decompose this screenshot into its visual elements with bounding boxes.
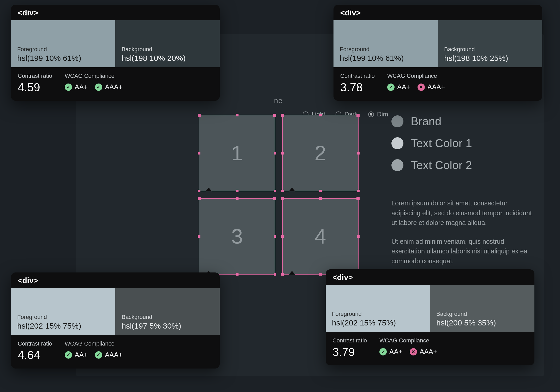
legend-item-text2: Text Color 2 xyxy=(391,159,472,172)
chip-label: AAA+ xyxy=(105,83,122,91)
background-swatch: Background hsl(197 5% 30%) xyxy=(115,288,220,335)
chip-label: AA+ xyxy=(75,83,88,91)
swatch-value: hsl(197 5% 30%) xyxy=(122,322,213,330)
swatch-value: hsl(199 10% 61%) xyxy=(17,54,109,63)
contrast-ratio: Contrast ratio 3.79 xyxy=(332,337,367,359)
foreground-swatch: Foreground hsl(199 10% 61%) xyxy=(333,20,438,67)
swatch-caption: Background xyxy=(444,46,536,53)
label: WCAG Compliance xyxy=(65,73,122,79)
check-icon: ✓ xyxy=(95,351,102,359)
element-tag: <div> xyxy=(326,269,534,285)
wcag-compliance: WCAG Compliance ✓ AA+ ✓ AAA+ xyxy=(65,73,122,91)
radio-icon xyxy=(368,111,374,117)
wcag-aa-chip: ✓ AA+ xyxy=(387,83,410,91)
legend-item-text1: Text Color 1 xyxy=(391,137,472,150)
chip-label: AAA+ xyxy=(427,83,445,91)
label: Contrast ratio xyxy=(18,340,52,347)
swatch-caption: Foreground xyxy=(17,46,109,53)
element-tag: <div> xyxy=(11,5,220,20)
color-pair: Foreground hsl(199 10% 61%) Background h… xyxy=(333,20,542,67)
paragraph: Lorem ipsum dolor sit amet, consectetur … xyxy=(391,198,538,228)
contrast-ratio: Contrast ratio 4.59 xyxy=(18,73,52,94)
swatch-1[interactable]: 1 xyxy=(199,115,275,191)
label: Contrast ratio xyxy=(18,73,52,79)
theme-option-dim[interactable]: Dim xyxy=(368,111,388,118)
ratio-value: 4.64 xyxy=(18,349,52,362)
swatch-value: hsl(202 15% 75%) xyxy=(17,322,109,330)
swatch-3[interactable]: 3 xyxy=(199,198,275,275)
wcag-aa-chip: ✓ AA+ xyxy=(379,348,402,356)
chip-label: AA+ xyxy=(75,351,88,359)
swatch-caption: Background xyxy=(122,46,213,53)
check-icon: ✓ xyxy=(387,84,395,91)
label: Contrast ratio xyxy=(332,337,367,344)
ratio-value: 3.79 xyxy=(332,346,367,359)
contrast-ratio: Contrast ratio 3.78 xyxy=(340,73,375,94)
ratio-value: 4.59 xyxy=(18,81,52,94)
chip-label: AAA+ xyxy=(105,351,122,359)
popover-footer: Contrast ratio 4.59 WCAG Compliance ✓ AA… xyxy=(11,67,220,101)
foreground-swatch: Foreground hsl(199 10% 61%) xyxy=(11,20,115,67)
swatch-value: hsl(200 5% 35%) xyxy=(436,318,528,327)
foreground-swatch: Foreground hsl(202 15% 75%) xyxy=(326,285,430,332)
swatch-caption: Background xyxy=(436,311,528,317)
legend-swatch xyxy=(391,159,403,171)
swatch-2[interactable]: 2 xyxy=(282,115,359,191)
label: WCAG Compliance xyxy=(379,337,437,344)
swatch-value: hsl(202 15% 75%) xyxy=(332,318,424,327)
color-legend: Brand Text Color 1 Text Color 2 xyxy=(391,115,472,172)
legend-label: Text Color 2 xyxy=(411,159,472,172)
label: WCAG Compliance xyxy=(65,340,122,347)
wcag-aa-chip: ✓ AA+ xyxy=(65,83,88,91)
swatch-caption: Foreground xyxy=(340,46,432,53)
legend-swatch xyxy=(391,137,403,149)
contrast-popover-4[interactable]: <div> Foreground hsl(202 15% 75%) Backgr… xyxy=(326,269,534,365)
background-swatch: Background hsl(198 10% 25%) xyxy=(438,20,542,67)
wcag-compliance: WCAG Compliance ✓ AA+ ✓ AAA+ xyxy=(65,340,122,359)
cross-icon: ✕ xyxy=(418,84,425,91)
wcag-compliance: WCAG Compliance ✓ AA+ ✕ AAA+ xyxy=(379,337,437,356)
check-icon: ✓ xyxy=(65,351,72,359)
swatch-caption: Foreground xyxy=(332,311,424,317)
swatch-grid: 1 2 3 4 xyxy=(199,115,359,275)
swatch-caption: Background xyxy=(122,314,213,320)
legend-label: Brand xyxy=(411,115,441,128)
ratio-value: 3.78 xyxy=(340,81,375,94)
body-copy: Lorem ipsum dolor sit amet, consectetur … xyxy=(391,198,538,266)
color-pair: Foreground hsl(202 15% 75%) Background h… xyxy=(326,285,534,332)
swatch-number: 1 xyxy=(231,141,243,165)
popover-footer: Contrast ratio 4.64 WCAG Compliance ✓ AA… xyxy=(11,335,220,369)
chip-label: AA+ xyxy=(397,83,410,91)
swatch-4[interactable]: 4 xyxy=(282,198,359,275)
cross-icon: ✕ xyxy=(410,348,417,355)
swatch-number: 3 xyxy=(231,224,243,248)
element-tag: <div> xyxy=(333,5,542,20)
chip-label: AAA+ xyxy=(420,348,437,356)
contrast-popover-2[interactable]: <div> Foreground hsl(199 10% 61%) Backgr… xyxy=(333,5,542,101)
label: Contrast ratio xyxy=(340,73,375,79)
swatch-value: hsl(199 10% 61%) xyxy=(340,54,432,63)
paragraph: Ut enim ad minim veniam, quis nostrud ex… xyxy=(391,237,538,266)
swatch-number: 4 xyxy=(314,224,326,248)
swatch-value: hsl(198 10% 20%) xyxy=(122,54,213,63)
popover-footer: Contrast ratio 3.78 WCAG Compliance ✓ AA… xyxy=(333,67,542,101)
legend-label: Text Color 1 xyxy=(411,137,472,150)
contrast-popover-1[interactable]: <div> Foreground hsl(199 10% 61%) Backgr… xyxy=(11,5,220,101)
label: WCAG Compliance xyxy=(387,73,445,79)
legend-swatch xyxy=(391,115,403,127)
background-swatch: Background hsl(200 5% 35%) xyxy=(430,285,534,332)
swatch-value: hsl(198 10% 25%) xyxy=(444,54,536,63)
radio-label: Dim xyxy=(377,111,388,118)
wcag-aaa-chip: ✕ AAA+ xyxy=(410,348,437,356)
chip-label: AA+ xyxy=(389,348,402,356)
check-icon: ✓ xyxy=(95,84,102,91)
contrast-popover-3[interactable]: <div> Foreground hsl(202 15% 75%) Backgr… xyxy=(11,272,220,369)
wcag-aaa-chip: ✕ AAA+ xyxy=(418,83,445,91)
theme-heading-fragment: ne xyxy=(274,97,283,105)
check-icon: ✓ xyxy=(379,348,387,355)
foreground-swatch: Foreground hsl(202 15% 75%) xyxy=(11,288,115,335)
legend-item-brand: Brand xyxy=(391,115,472,128)
swatch-number: 2 xyxy=(314,141,326,165)
wcag-compliance: WCAG Compliance ✓ AA+ ✕ AAA+ xyxy=(387,73,445,91)
check-icon: ✓ xyxy=(65,84,72,91)
